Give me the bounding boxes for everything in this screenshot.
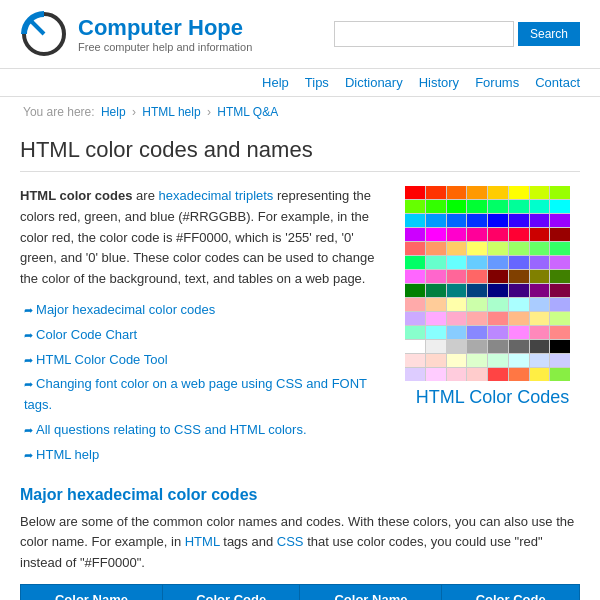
color-chart-area: HTML Color Codes [405,186,580,470]
breadcrumb-html-qa[interactable]: HTML Q&A [217,105,278,119]
color-cell [509,186,529,199]
link-major-hex[interactable]: Major hexadecimal color codes [36,302,215,317]
nav-history[interactable]: History [419,75,459,90]
col-header-color-name-2: Color Name [300,584,442,600]
section-description: Below are some of the common color names… [20,512,580,574]
color-cell [405,312,425,325]
color-cell [550,242,570,255]
intro-link1[interactable]: hexadecimal triplets [158,188,273,203]
color-cell [405,340,425,353]
color-cell [405,214,425,227]
color-cell [530,284,550,297]
color-cell [447,284,467,297]
main-content: HTML color codes and names HTML color co… [0,127,600,600]
color-cell [467,312,487,325]
link-color-chart[interactable]: Color Code Chart [36,327,137,342]
color-cell [488,312,508,325]
color-cell [530,242,550,255]
color-cell [509,298,529,311]
link-color-code-tool[interactable]: HTML Color Code Tool [36,352,168,367]
color-cell [530,200,550,213]
color-cell [426,298,446,311]
color-cell [509,228,529,241]
intro-bold: HTML color codes [20,188,132,203]
breadcrumb: You are here: Help › HTML help › HTML Q&… [0,97,600,127]
section-desc2: tags and [223,534,277,549]
color-cell [426,284,446,297]
nav-dictionary[interactable]: Dictionary [345,75,403,90]
nav-help[interactable]: Help [262,75,289,90]
color-cell [447,186,467,199]
color-cell [467,298,487,311]
intro-section: HTML color codes are hexadecimal triplet… [20,186,580,470]
color-cell [509,214,529,227]
search-button[interactable]: Search [518,22,580,46]
nav-forums[interactable]: Forums [475,75,519,90]
color-cell [488,242,508,255]
color-cell [530,214,550,227]
color-cell [488,228,508,241]
col-header-color-code-1: Color Code [162,584,300,600]
color-cell [550,326,570,339]
color-cell [426,256,446,269]
color-cell [467,270,487,283]
color-cell [467,326,487,339]
nav-contact[interactable]: Contact [535,75,580,90]
site-title: Computer Hope [78,15,252,41]
color-cell [426,312,446,325]
breadcrumb-html-help[interactable]: HTML help [142,105,200,119]
color-cell [488,214,508,227]
list-item: Major hexadecimal color codes [20,300,389,321]
color-cell [488,270,508,283]
color-cell [467,256,487,269]
link-css-html-colors[interactable]: All questions relating to CSS and HTML c… [36,422,306,437]
table-header-row: Color Name Color Code Color Name Color C… [21,584,580,600]
color-cell [488,186,508,199]
color-cell [509,284,529,297]
color-cell [509,354,529,367]
logo-area: Computer Hope Free computer help and inf… [20,10,252,58]
color-table: Color Name Color Code Color Name Color C… [20,584,580,600]
color-cell [530,368,550,381]
search-input[interactable] [334,21,514,47]
col-header-color-code-2: Color Code [442,584,580,600]
col-header-color-name-1: Color Name [21,584,163,600]
section-link-html[interactable]: HTML [185,534,220,549]
color-cell [550,368,570,381]
intro-links: Major hexadecimal color codes Color Code… [20,300,389,466]
color-cell [447,242,467,255]
breadcrumb-help[interactable]: Help [101,105,126,119]
nav: Help Tips Dictionary History Forums Cont… [0,69,600,97]
color-cell [426,340,446,353]
color-cell [426,200,446,213]
color-cell [405,270,425,283]
color-cell [447,270,467,283]
color-cell [405,256,425,269]
color-cell [509,200,529,213]
color-cell [488,340,508,353]
list-item: All questions relating to CSS and HTML c… [20,420,389,441]
color-cell [447,200,467,213]
color-cell [550,312,570,325]
color-cell [550,354,570,367]
color-cell [467,242,487,255]
color-cell [509,270,529,283]
section-link-css[interactable]: CSS [277,534,304,549]
color-cell [488,298,508,311]
search-area: Search [334,21,580,47]
color-cell [447,214,467,227]
color-cell [550,340,570,353]
color-cell [426,242,446,255]
site-name-end: Hope [188,15,243,40]
link-font-color[interactable]: Changing font color on a web page using … [24,376,367,412]
color-cell [488,368,508,381]
color-cell [467,214,487,227]
nav-tips[interactable]: Tips [305,75,329,90]
color-cell [426,326,446,339]
color-cell [509,326,529,339]
link-html-help[interactable]: HTML help [36,447,99,462]
color-cell [530,326,550,339]
color-cell [509,242,529,255]
color-cell [467,354,487,367]
color-cell [550,186,570,199]
